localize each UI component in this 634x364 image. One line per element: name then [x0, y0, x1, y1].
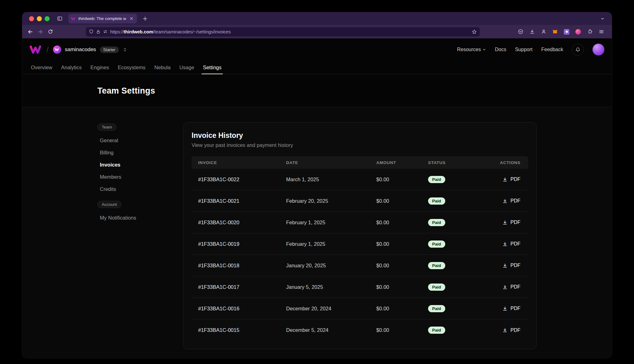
bookmark-star-icon[interactable]	[472, 29, 477, 34]
invoice-id: #1F33BA1C-0020	[198, 220, 286, 226]
download-pdf-button[interactable]: PDF	[502, 328, 520, 333]
invoice-amount: $0.00	[376, 241, 428, 247]
close-window-button[interactable]	[29, 16, 34, 21]
download-icon	[503, 221, 506, 224]
invoice-date: December 20, 2024	[286, 306, 376, 312]
invoice-id: #1F33BA1C-0022	[198, 177, 286, 182]
col-amount: AMOUNT	[376, 160, 428, 165]
address-bar[interactable]: https://thirdweb.com/team/saminacodes/~/…	[86, 27, 480, 36]
download-pdf-button[interactable]: PDF	[502, 220, 520, 225]
invoice-date: February 20, 2025	[286, 198, 376, 204]
thirdweb-dashboard: / saminacodes Starter Resources Docs Sup…	[22, 38, 612, 358]
new-tab-button[interactable]	[140, 14, 150, 24]
tab-settings[interactable]: Settings	[198, 61, 226, 74]
status-badge: Paid	[428, 305, 445, 312]
download-icon	[503, 177, 506, 181]
tab-ecosystems[interactable]: Ecosystems	[113, 61, 150, 74]
tab-bar: thirdweb: The complete web3 d	[22, 12, 612, 25]
team-switcher-icon[interactable]	[123, 47, 127, 52]
pocket-icon[interactable]	[515, 27, 525, 37]
col-actions: ACTIONS	[500, 160, 520, 165]
download-pdf-button[interactable]: PDF	[502, 263, 520, 268]
sidebar-item-invoices[interactable]: Invoices	[97, 159, 183, 171]
sidebar-item-credits[interactable]: Credits	[97, 183, 183, 195]
invoice-row: #1F33BA1C-0021 February 20, 2025 $0.00 P…	[192, 190, 528, 212]
sidebar-section-account-badge: Account	[97, 201, 121, 208]
back-icon[interactable]	[25, 27, 35, 37]
extensions-puzzle-icon[interactable]	[585, 27, 595, 37]
tab-list-chevron-icon[interactable]	[597, 14, 607, 24]
invoice-amount: $0.00	[376, 327, 428, 333]
page-header: Team Settings	[22, 74, 612, 107]
download-icon	[503, 242, 506, 245]
invoice-id: #1F33BA1C-0019	[198, 241, 286, 247]
sidebar-item-billing[interactable]: Billing	[97, 147, 183, 159]
menu-hamburger-icon[interactable]	[596, 27, 606, 37]
download-icon	[503, 199, 506, 202]
tab-engines[interactable]: Engines	[86, 61, 114, 74]
download-pdf-button[interactable]: PDF	[502, 198, 520, 204]
download-pdf-button[interactable]: PDF	[502, 241, 520, 247]
tracking-protection-shield-icon[interactable]	[89, 29, 94, 34]
invoice-amount: $0.00	[376, 284, 428, 290]
thirdweb-favicon-icon	[71, 17, 76, 21]
invoice-row: #1F33BA1C-0020 February 1, 2025 $0.00 Pa…	[192, 212, 528, 233]
download-pdf-button[interactable]: PDF	[502, 306, 520, 311]
download-pdf-button[interactable]: PDF	[502, 177, 520, 182]
zoom-window-button[interactable]	[45, 16, 50, 21]
account-icon[interactable]	[539, 27, 549, 37]
pink-extension-icon[interactable]	[573, 27, 583, 37]
team-avatar[interactable]	[53, 46, 61, 54]
status-badge: Paid	[428, 284, 445, 291]
thirdweb-logo[interactable]	[30, 45, 42, 54]
screen: thirdweb: The complete web3 d	[0, 0, 634, 364]
support-link[interactable]: Support	[515, 47, 533, 52]
firefox-view-icon[interactable]	[55, 14, 65, 24]
settings-sidebar: Team General Billing Invoices Members Cr…	[97, 122, 183, 349]
tab-usage[interactable]: Usage	[175, 61, 199, 74]
invoice-id: #1F33BA1C-0018	[198, 263, 286, 269]
page-title: Team Settings	[97, 74, 537, 107]
tab-analytics[interactable]: Analytics	[57, 61, 86, 74]
invoice-date: February 1, 2025	[286, 220, 376, 226]
tab-close-icon[interactable]	[129, 16, 134, 22]
sidebar-item-general[interactable]: General	[97, 134, 183, 147]
invoice-amount: $0.00	[376, 263, 428, 269]
user-avatar[interactable]	[593, 44, 604, 56]
resources-menu[interactable]: Resources	[457, 47, 486, 52]
invoice-date: December 5, 2024	[286, 327, 376, 333]
feedback-link[interactable]: Feedback	[541, 47, 563, 52]
sidebar-item-members[interactable]: Members	[97, 171, 183, 183]
header-right: Resources Docs Support Feedback	[457, 44, 604, 56]
metamask-extension-icon[interactable]	[550, 27, 560, 37]
lock-icon[interactable]	[96, 30, 100, 34]
permissions-icon[interactable]	[103, 29, 108, 34]
invoice-id: #1F33BA1C-0021	[198, 198, 286, 204]
download-icon	[503, 328, 506, 332]
tab-overview[interactable]: Overview	[27, 61, 57, 74]
notifications-bell-icon[interactable]	[572, 44, 584, 56]
docs-link[interactable]: Docs	[495, 47, 506, 52]
team-name[interactable]: saminacodes	[65, 46, 96, 53]
browser-tab[interactable]: thirdweb: The complete web3 d	[68, 14, 137, 23]
invoice-history-card: Invoice History View your past invoices …	[183, 122, 537, 349]
status-badge: Paid	[428, 219, 445, 226]
window-controls	[29, 16, 50, 21]
download-icon	[503, 307, 506, 310]
forward-icon[interactable]	[35, 27, 45, 37]
invoice-row: #1F33BA1C-0015 December 5, 2024 $0.00 Pa…	[192, 319, 528, 341]
app-header: / saminacodes Starter Resources Docs Sup…	[22, 38, 612, 61]
purple-extension-icon[interactable]	[562, 27, 572, 37]
sidebar-item-my-notifications[interactable]: My Notifications	[97, 212, 183, 224]
minimize-window-button[interactable]	[37, 16, 42, 21]
download-pdf-button[interactable]: PDF	[502, 284, 520, 290]
reload-icon[interactable]	[45, 27, 55, 37]
toolbar-extensions	[515, 27, 609, 37]
status-badge: Paid	[428, 240, 445, 248]
settings-content: Team General Billing Invoices Members Cr…	[22, 107, 612, 358]
url-text[interactable]: https://thirdweb.com/team/saminacodes/~/…	[110, 29, 469, 34]
downloads-icon[interactable]	[527, 27, 537, 37]
breadcrumb-separator: /	[46, 45, 49, 54]
invoice-row: #1F33BA1C-0016 December 20, 2024 $0.00 P…	[192, 298, 528, 319]
tab-nebula[interactable]: Nebula	[150, 61, 175, 74]
